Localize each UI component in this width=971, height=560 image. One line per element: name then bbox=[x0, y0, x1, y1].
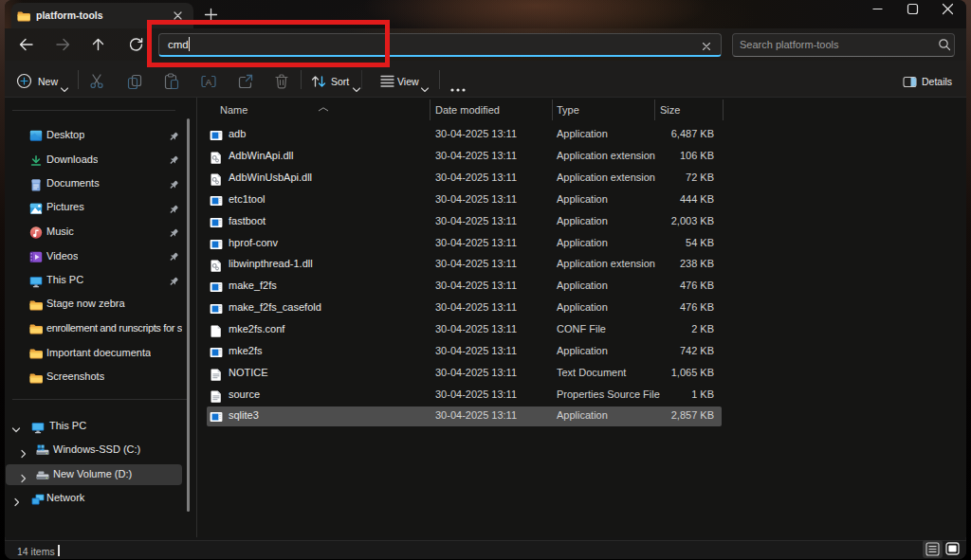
svg-text:A: A bbox=[206, 77, 212, 87]
